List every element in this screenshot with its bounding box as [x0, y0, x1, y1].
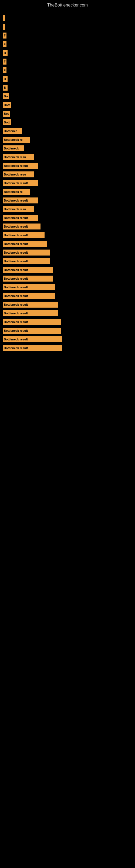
bar-label: Bottleneck resu — [4, 155, 26, 159]
bar-label: F — [4, 42, 6, 46]
bar-item: Bottleneck result — [3, 310, 132, 317]
bar-label: Bottleneck result — [4, 234, 28, 237]
bar-item: B — [3, 75, 132, 83]
bar-label: Bottlenec — [4, 129, 17, 133]
bar: Bottleneck resu — [3, 172, 34, 177]
bar-item: Bottleneck result — [3, 197, 132, 204]
bar-item — [3, 23, 132, 31]
bar: Bottleneck result — [3, 250, 50, 255]
bar — [3, 24, 5, 30]
bars-container: FFBFFBBBoBottBotBottBottlenecBottleneck … — [0, 9, 135, 355]
bar-label: B — [4, 86, 6, 89]
bar-label: Bottleneck result — [4, 199, 28, 202]
bar-item: Bottleneck result — [3, 214, 132, 222]
bar-label: Bottleneck result — [4, 259, 28, 263]
bar-item: Bottleneck resu — [3, 205, 132, 213]
bar-label: Bottleneck result — [4, 242, 28, 246]
bar-label: F — [4, 69, 6, 72]
bar-item: Bottleneck result — [3, 344, 132, 352]
bar-label: Bottleneck result — [4, 251, 28, 254]
bar-item: Bottleneck result — [3, 223, 132, 230]
bar: Bottleneck re — [3, 137, 30, 143]
bar-label: Bottleneck result — [4, 346, 28, 350]
bar: Bottleneck result — [3, 215, 38, 221]
bar: Bottleneck resu — [3, 154, 34, 160]
bar-label: Bottleneck result — [4, 338, 28, 341]
bar-label: Bottleneck result — [4, 216, 28, 219]
bar: Bottleneck result — [3, 345, 62, 351]
bar-label: Bottleneck result — [4, 286, 28, 289]
bar-label: Bottleneck result — [4, 312, 28, 315]
bar-item: Bottleneck result — [3, 318, 132, 326]
bar: Bottleneck result — [3, 180, 38, 186]
bar: Bottleneck result — [3, 223, 41, 229]
bar-item: Bottleneck re — [3, 188, 132, 195]
site-title: TheBottlenecker.com — [0, 0, 135, 9]
bar-label: Bottleneck result — [4, 320, 28, 323]
bar-label: Bottleneck result — [4, 182, 28, 185]
bar: Bottleneck result — [3, 241, 47, 247]
bar-item: Bottleneck result — [3, 292, 132, 300]
bar-item: Bottleneck result — [3, 231, 132, 239]
bar: F — [3, 67, 6, 73]
bar-label: Bott — [4, 103, 10, 106]
bar: Bott — [3, 119, 11, 125]
bar-label: Bottleneck result — [4, 329, 28, 332]
bar: Bottleneck result — [3, 319, 61, 325]
bar-item: B — [3, 84, 132, 91]
bar-item: Bottleneck resu — [3, 170, 132, 178]
bar-item: Bottleneck re — [3, 136, 132, 144]
bar-item — [3, 14, 132, 22]
bar-label: Bottleneck result — [4, 164, 28, 167]
bar: Bot — [3, 111, 10, 117]
bar-label: Bottleneck — [4, 147, 19, 150]
bar-label: F — [4, 60, 6, 63]
bar-item: F — [3, 40, 132, 48]
bar-label: F — [4, 34, 6, 37]
bar — [3, 15, 5, 21]
bar: Bottleneck result — [3, 163, 38, 169]
bar-item: Bottleneck result — [3, 275, 132, 282]
bar: B — [3, 76, 8, 82]
bar-item: Bottleneck result — [3, 327, 132, 335]
bar-item: Bo — [3, 93, 132, 100]
bar: Bottleneck result — [3, 310, 58, 316]
bar-label: Bottleneck resu — [4, 208, 26, 211]
bar-item: Bottleneck result — [3, 240, 132, 248]
bar: Bottleneck result — [3, 293, 55, 299]
bar-item: Bottleneck result — [3, 301, 132, 308]
bar: Bottlenec — [3, 128, 22, 134]
bar-item: F — [3, 32, 132, 39]
bar-label: Bottleneck re — [4, 138, 23, 141]
bar: Bottleneck result — [3, 276, 53, 282]
bar-label: Bot — [4, 112, 9, 115]
bar: Bottleneck result — [3, 258, 50, 264]
bar-label: Bottleneck result — [4, 277, 28, 280]
bar-item: Bottleneck result — [3, 336, 132, 343]
bar-label: Bo — [4, 95, 8, 98]
bar-item: F — [3, 66, 132, 74]
bar-item: Bot — [3, 110, 132, 118]
bar-label: Bottleneck result — [4, 268, 28, 272]
bar-label: Bottleneck result — [4, 225, 28, 228]
bar: Bo — [3, 93, 9, 99]
bar-item: Bottleneck — [3, 145, 132, 152]
bar: Bottleneck result — [3, 328, 61, 334]
bar-item: Bottleneck result — [3, 257, 132, 265]
bar: Bottleneck — [3, 145, 24, 151]
bar: F — [3, 33, 6, 38]
bar-label: Bottleneck result — [4, 303, 28, 306]
bar-item: Bottleneck resu — [3, 153, 132, 161]
bar: B — [3, 85, 8, 91]
bar: Bottleneck result — [3, 267, 53, 273]
bar-item: Bottleneck result — [3, 266, 132, 274]
bar-label: Bott — [4, 121, 10, 124]
bar-label: B — [4, 77, 6, 81]
bar: F — [3, 41, 6, 47]
bar: Bottleneck result — [3, 197, 38, 204]
bar-item: Bott — [3, 101, 132, 109]
bar: Bottleneck result — [3, 336, 62, 342]
bar-item: Bottleneck result — [3, 249, 132, 256]
bar-item: F — [3, 58, 132, 65]
bar-label: B — [4, 51, 6, 55]
